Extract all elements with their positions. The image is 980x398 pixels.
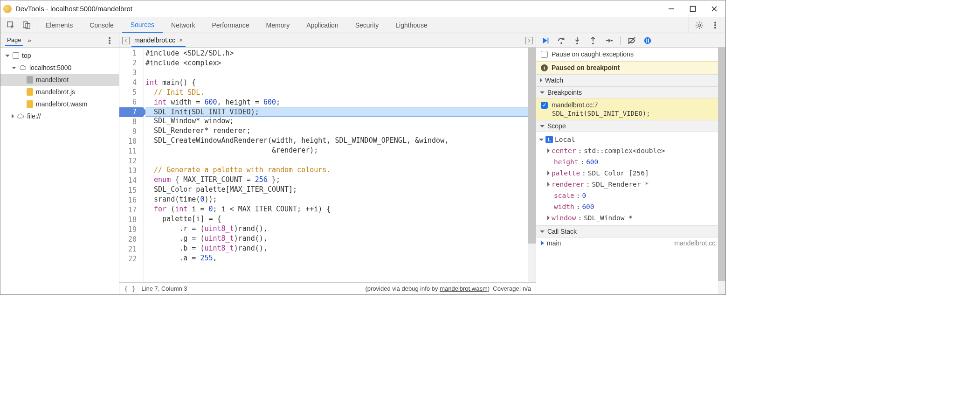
tab-sources[interactable]: Sources — [122, 17, 163, 33]
nav-next-icon[interactable] — [525, 37, 533, 44]
devtools-window: DevTools - localhost:5000/mandelbrot Ele… — [0, 0, 726, 295]
deactivate-breakpoints-button[interactable] — [627, 36, 636, 45]
scope-section-header[interactable]: Scope — [536, 120, 725, 132]
chevron-down-icon — [539, 139, 544, 141]
tree-top[interactable]: top — [0, 49, 119, 62]
editor-scrollbar[interactable] — [528, 48, 536, 282]
chevron-down-icon — [540, 91, 545, 94]
scope-var[interactable]: palette: SDL_Color [256] — [539, 168, 723, 179]
inspect-element-icon[interactable] — [6, 21, 15, 30]
breakpoint-item[interactable]: mandelbrot.cc:7 SDL_Init(SDL_INIT_VIDEO)… — [536, 98, 725, 120]
tree-label: mandelbrot.wasm — [36, 100, 88, 108]
window-title: DevTools - localhost:5000/mandelbrot — [15, 5, 668, 13]
chevron-right-icon — [547, 148, 550, 153]
scope-var[interactable]: width: 600 — [539, 201, 723, 212]
step-out-button[interactable] — [588, 36, 598, 45]
tree-file-scheme[interactable]: file:// — [0, 110, 119, 122]
minimize-button[interactable] — [668, 5, 675, 13]
svg-point-12 — [109, 40, 110, 41]
chevron-down-icon — [5, 55, 10, 57]
tab-memory[interactable]: Memory — [258, 17, 298, 33]
source-panel: mandelbrot.cc × 123456789101112131415161… — [119, 34, 536, 294]
tab-security[interactable]: Security — [347, 17, 387, 33]
tab-network[interactable]: Network — [163, 17, 203, 33]
tab-application[interactable]: Application — [298, 17, 347, 33]
code-editor[interactable]: 12345678910111213141516171819202122 #inc… — [119, 48, 536, 282]
nav-prev-icon[interactable] — [122, 37, 130, 44]
svg-rect-21 — [646, 38, 647, 42]
debugger-scrollbar[interactable] — [718, 48, 725, 294]
paused-banner: i Paused on breakpoint — [536, 61, 725, 74]
navigator-panel: Page » top localhost:5000 mandelbrot man… — [0, 34, 119, 294]
tree-label: top — [22, 52, 31, 59]
pause-on-exceptions-button[interactable] — [643, 36, 652, 45]
navigator-more-icon[interactable]: » — [28, 37, 31, 44]
navigator-kebab-icon[interactable] — [105, 36, 114, 45]
svg-rect-1 — [690, 6, 696, 11]
info-icon: i — [541, 64, 548, 71]
titlebar: DevTools - localhost:5000/mandelbrot — [0, 0, 725, 17]
tab-performance[interactable]: Performance — [203, 17, 257, 33]
device-toggle-icon[interactable] — [22, 21, 31, 30]
watch-section-header[interactable]: Watch — [536, 74, 725, 86]
close-button[interactable] — [711, 5, 718, 13]
scope-var[interactable]: window: SDL_Window * — [539, 212, 723, 223]
cloud-icon — [19, 64, 27, 71]
checkbox-unchecked[interactable] — [541, 51, 548, 58]
debug-source-link[interactable]: mandelbrot.wasm — [440, 285, 488, 292]
step-button[interactable] — [604, 36, 614, 45]
scrollbar-thumb[interactable] — [718, 48, 725, 281]
editor-status-bar: { } Line 7, Column 3 (provided via debug… — [119, 282, 536, 294]
svg-point-9 — [715, 24, 716, 26]
breakpoints-section-header[interactable]: Breakpoints — [536, 86, 725, 98]
step-into-button[interactable] — [573, 36, 582, 45]
app-favicon — [3, 5, 12, 13]
debugger-panel: Pause on caught exceptions i Paused on b… — [536, 34, 725, 294]
svg-point-11 — [109, 37, 110, 39]
current-frame-icon — [541, 241, 544, 245]
tree-file-mandelbrot-wasm[interactable]: mandelbrot.wasm — [0, 98, 119, 110]
maximize-button[interactable] — [689, 5, 697, 13]
resume-button[interactable] — [541, 36, 550, 45]
debug-info-source: (provided via debug info by mandelbrot.w… — [365, 285, 531, 292]
main-toolbar: Elements Console Sources Network Perform… — [0, 17, 725, 33]
source-tab-label: mandelbrot.cc — [134, 36, 175, 44]
scope-local[interactable]: LLocal — [539, 134, 723, 145]
debugger-body: Pause on caught exceptions i Paused on b… — [536, 48, 725, 294]
navigator-page-tab[interactable]: Page — [5, 35, 23, 46]
checkbox-checked[interactable] — [541, 102, 548, 109]
code-lines[interactable]: #include <SDL2/SDL.h>#include <complex>i… — [144, 48, 536, 282]
step-over-button[interactable] — [557, 36, 566, 45]
panel-tabs: Elements Console Sources Network Perform… — [37, 17, 689, 33]
separator — [620, 36, 621, 45]
tab-elements[interactable]: Elements — [37, 17, 81, 33]
svg-rect-5 — [23, 21, 28, 28]
scope-var[interactable]: renderer: SDL_Renderer * — [539, 179, 723, 190]
tree-label: mandelbrot.js — [36, 88, 75, 96]
source-tab[interactable]: mandelbrot.cc × — [131, 34, 186, 47]
svg-point-13 — [109, 42, 110, 44]
chevron-right-icon — [547, 171, 550, 175]
line-gutter[interactable]: 12345678910111213141516171819202122 — [119, 48, 144, 282]
tab-lighthouse[interactable]: Lighthouse — [387, 17, 436, 33]
source-tab-bar: mandelbrot.cc × — [119, 34, 536, 48]
close-tab-icon[interactable]: × — [179, 36, 183, 44]
settings-icon[interactable] — [695, 21, 704, 30]
scope-var[interactable]: height: 600 — [539, 156, 723, 168]
call-frame[interactable]: main mandelbrot.cc:7 — [536, 237, 725, 249]
pause-on-caught-row[interactable]: Pause on caught exceptions — [536, 48, 725, 61]
call-location: mandelbrot.cc:7 — [674, 239, 721, 247]
scope-var[interactable]: scale: 0 — [539, 190, 723, 201]
tree-file-mandelbrot[interactable]: mandelbrot — [0, 74, 119, 86]
scrollbar-thumb[interactable] — [528, 48, 536, 244]
tab-console[interactable]: Console — [81, 17, 122, 33]
tree-host[interactable]: localhost:5000 — [0, 62, 119, 74]
pretty-print-icon[interactable]: { } — [124, 285, 136, 293]
debugger-toolbar — [536, 34, 725, 48]
svg-point-16 — [576, 42, 578, 44]
callstack-section-header[interactable]: Call Stack — [536, 225, 725, 237]
scope-var[interactable]: center: std::complex<double> — [539, 145, 723, 156]
tree-file-mandelbrot-js[interactable]: mandelbrot.js — [0, 86, 119, 98]
kebab-menu-icon[interactable] — [711, 21, 720, 30]
local-badge-icon: L — [545, 136, 553, 143]
